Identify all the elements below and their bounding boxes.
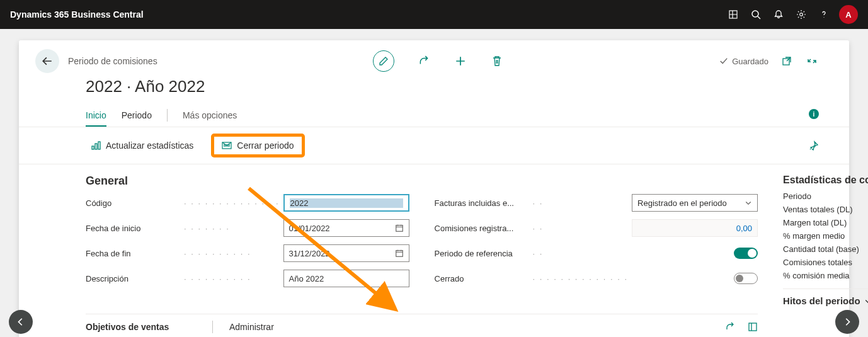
input-fecha-inicio[interactable]: 01/01/2022 [283,219,409,237]
tab-strip: Inicio Periodo Más opciones i [19,96,849,127]
help-icon[interactable] [813,3,835,26]
input-fecha-fin[interactable]: 31/12/2022 [283,244,409,262]
section-stats-title: Estadísticas de comisiones y ven... [783,174,868,186]
collapse-icon[interactable] [805,54,819,68]
stat-pct-com-label: % comisión media [783,271,850,280]
label-fecha-inicio: Fecha de inicio [86,224,180,233]
label-comisiones-reg: Comisiones registra... [435,224,529,233]
environment-icon[interactable] [722,3,745,26]
svg-rect-5 [95,144,97,149]
stat-cantidad-label: Cantidad total (base) [783,244,859,254]
chevron-down-icon [864,297,868,305]
calendar-icon[interactable] [395,249,404,258]
share-part-icon[interactable] [725,322,735,332]
label-codigo: Código [86,198,180,208]
label-descripcion: Descripción [86,274,180,283]
label-facturas: Facturas incluidas e... [435,198,529,208]
breadcrumb: Periodo de comisiones [68,56,157,66]
action-actualizar-estadisticas[interactable]: Actualizar estadísticas [86,138,198,153]
bell-icon[interactable] [767,3,790,26]
input-descripcion[interactable]: Año 2022 [283,270,409,287]
label-fecha-fin: Fecha de fin [86,249,180,258]
label-periodo-ref: Periodo de referencia [435,249,529,258]
tab-inicio[interactable]: Inicio [86,110,106,127]
calendar-icon[interactable] [395,224,404,232]
delete-icon[interactable] [490,54,504,68]
search-icon[interactable] [745,3,767,26]
chevron-down-icon [745,199,752,207]
saved-indicator: Guardado [719,57,768,66]
stat-com-total-label: Comisiones totales [783,258,852,267]
section-hitos-title[interactable]: Hitos del periodo [783,295,868,306]
open-new-window-icon[interactable] [780,54,794,68]
section-objetivos-title: Objetivos de ventas [86,322,196,332]
stat-periodo-label: Periodo [783,191,811,201]
stat-ventas-label: Ventas totales (DL) [783,205,853,214]
toggle-periodo-ref[interactable] [734,248,758,259]
select-facturas[interactable]: Registrado en el periodo [632,194,758,212]
page-card: Periodo de comisiones Guardado 2022 · Añ… [19,40,849,337]
topbar: Dynamics 365 Business Central A [0,0,868,29]
svg-rect-6 [98,142,100,149]
action-cerrar-periodo[interactable]: Cerrar periodo [211,134,304,157]
tab-periodo[interactable]: Periodo [122,110,152,125]
toggle-cerrado[interactable] [734,273,758,284]
stat-pct-margen-label: % margen medio [783,231,845,241]
svg-rect-10 [749,323,757,331]
back-button[interactable] [35,49,59,73]
prev-record-button[interactable] [9,310,33,334]
svg-point-2 [800,13,803,16]
input-codigo[interactable]: 2022 [283,194,409,212]
pin-icon[interactable] [809,140,819,151]
edit-button[interactable] [373,50,394,72]
share-icon[interactable] [417,54,431,68]
page-title: 2022 · Año 2022 [19,73,849,96]
value-comisiones-reg: 0,00 [632,219,758,237]
info-icon[interactable]: i [809,109,819,119]
next-record-button[interactable] [835,310,859,334]
stat-margen-label: Margen total (DL) [783,218,847,227]
gear-icon[interactable] [790,3,813,26]
label-cerrado: Cerrado [435,274,529,283]
svg-point-1 [752,11,758,17]
expand-part-icon[interactable] [748,322,758,332]
avatar[interactable]: A [839,5,858,24]
svg-rect-9 [396,251,403,257]
action-administrar[interactable]: Administrar [229,322,274,332]
section-general-title: General [86,174,758,188]
new-icon[interactable] [454,54,467,68]
svg-rect-4 [92,146,94,149]
app-title: Dynamics 365 Business Central [10,9,144,20]
svg-rect-8 [396,226,403,232]
tab-mas-opciones[interactable]: Más opciones [183,110,237,125]
